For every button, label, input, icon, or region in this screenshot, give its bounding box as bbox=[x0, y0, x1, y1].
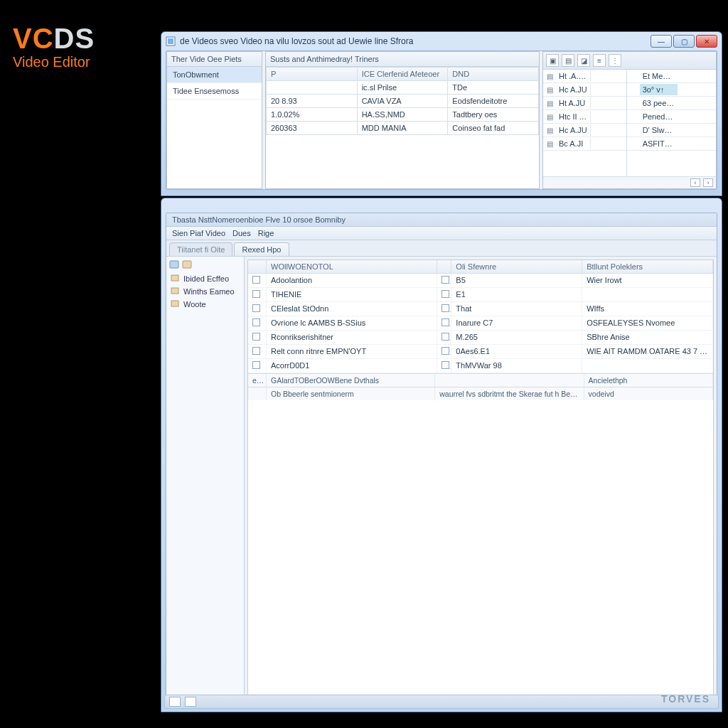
property-row[interactable]: ▤Ht .A.JU bbox=[543, 70, 626, 83]
detail-table: WOllWOENOTOLOli SfewnreBtllunt Poleklers… bbox=[247, 259, 714, 698]
svg-rect-1 bbox=[168, 38, 173, 44]
inspector-tool-button[interactable]: ⋮ bbox=[609, 54, 621, 67]
app-icon bbox=[166, 36, 176, 46]
checkbox[interactable] bbox=[441, 304, 449, 312]
tree-item[interactable]: Winths Eameo bbox=[169, 285, 241, 298]
window-subtitle: Tbasta NsttNomeroenbioe Flve 10 orsoe Bo… bbox=[166, 213, 717, 227]
property-row[interactable]: ▤Htc II A.JU bbox=[543, 110, 626, 124]
data-grid[interactable]: PICE Clerfenid AfeteoerDNDic.sl PrilseTD… bbox=[266, 67, 539, 135]
window-video-browser: de Videos sveo Video na vilu lovzos sout… bbox=[161, 31, 722, 196]
logo-part-a: VC bbox=[13, 23, 54, 54]
inspector-tool-button[interactable]: ≡ bbox=[593, 54, 606, 67]
checkbox[interactable] bbox=[441, 333, 449, 341]
window-title: de Videos sveo Video na vilu lovzos sout… bbox=[180, 36, 413, 46]
inspector-next-button[interactable]: › bbox=[703, 178, 713, 187]
tab[interactable]: Tiitanet fi Oite bbox=[169, 242, 232, 256]
checkbox[interactable] bbox=[441, 347, 449, 355]
table-row[interactable]: Ovrione lc AAMBS B-SSiusInarure C7OSFEAL… bbox=[248, 316, 713, 331]
checkbox[interactable] bbox=[252, 347, 260, 355]
table-row[interactable]: AdoolantionB5Wier Irowt bbox=[248, 274, 713, 288]
table-row[interactable]: ic.sl PrilseTDe bbox=[267, 81, 539, 95]
checkbox[interactable] bbox=[252, 318, 260, 326]
table-row[interactable]: 20 8.93CAVIA VZAEodsfendeitotre bbox=[267, 95, 539, 108]
table-row[interactable]: TIHENIEE1 bbox=[248, 288, 713, 302]
menu-item[interactable]: Rige bbox=[258, 229, 274, 237]
inspector-toolbar: ▣▤◪≡⋮ bbox=[543, 52, 716, 70]
menubar: Sien Piaf VideoDuesRige bbox=[166, 227, 717, 240]
grid-column-header[interactable]: ICE Clerfenid Afeteoer bbox=[357, 68, 448, 81]
checkbox[interactable] bbox=[441, 276, 449, 284]
taskbar-icon[interactable] bbox=[169, 697, 181, 702]
property-value-row[interactable]: D' Slwee:1 bbox=[627, 124, 716, 137]
column-header[interactable] bbox=[248, 260, 267, 273]
status-cell: vodeivd bbox=[584, 387, 713, 400]
tab[interactable]: Rexed Hpo bbox=[234, 242, 289, 256]
checkbox[interactable] bbox=[252, 276, 260, 284]
window-controls: — ▢ ✕ bbox=[651, 35, 717, 48]
inspector-tool-button[interactable]: ◪ bbox=[577, 54, 590, 67]
taskbar bbox=[166, 695, 717, 702]
grid-column-header[interactable]: DND bbox=[448, 68, 539, 81]
property-row[interactable]: ▤Bc A.JI bbox=[543, 137, 626, 151]
svg-rect-4 bbox=[171, 275, 178, 281]
svg-rect-6 bbox=[171, 301, 178, 306]
inspector-prev-button[interactable]: ‹ bbox=[690, 178, 700, 187]
close-button[interactable]: ✕ bbox=[696, 35, 717, 48]
property-value-row[interactable]: Pened FreE bbox=[627, 110, 716, 124]
status-cell: Ancielethph bbox=[584, 374, 713, 387]
table-row[interactable]: Relt conn ritnre EMPN'OYT0Aes6.E1WIE AIT… bbox=[248, 345, 713, 359]
property-value-row[interactable]: 63 peer TOR bbox=[627, 97, 716, 110]
maximize-button[interactable]: ▢ bbox=[673, 35, 695, 48]
status-cell bbox=[435, 374, 584, 387]
side-tree: Ibided EcffeoWinths EameoWoote bbox=[166, 257, 245, 701]
tree-icon bbox=[182, 259, 192, 269]
column-header[interactable]: Btllunt Poleklers bbox=[582, 260, 713, 273]
taskbar-icon[interactable] bbox=[185, 697, 196, 702]
checkbox[interactable] bbox=[441, 361, 449, 369]
table-row[interactable]: 260363MDD MANIACoinseo fat fad bbox=[267, 122, 539, 135]
property-list-right[interactable]: Et Mep lrtars3o° v↑63 peer TORPened FreE… bbox=[626, 70, 716, 176]
inspector-footer: ‹ › bbox=[543, 176, 716, 188]
nav-item[interactable]: TonObwment bbox=[167, 67, 262, 83]
tree-icon bbox=[169, 259, 179, 269]
grid-column-header[interactable]: P bbox=[267, 68, 358, 81]
titlebar[interactable]: de Videos sveo Video na vilu lovzos sout… bbox=[161, 32, 722, 50]
grid-panel: Susts and Anthimedray! Triners PICE Cler… bbox=[265, 51, 540, 189]
property-value-row[interactable]: Et Mep lrtars bbox=[627, 70, 716, 83]
checkbox[interactable] bbox=[252, 361, 260, 369]
checkbox[interactable] bbox=[252, 333, 260, 341]
checkbox[interactable] bbox=[441, 290, 449, 298]
menu-item[interactable]: Dues bbox=[232, 229, 251, 237]
column-header[interactable] bbox=[437, 260, 451, 273]
folder-icon bbox=[171, 274, 181, 284]
tree-item[interactable]: Ibided Ecffeo bbox=[169, 272, 241, 285]
property-row[interactable]: ▤Hc A.JU bbox=[543, 83, 626, 97]
menu-item[interactable]: Sien Piaf Video bbox=[172, 229, 225, 237]
inspector-tool-button[interactable]: ▣ bbox=[546, 54, 559, 67]
table-row[interactable]: RconrikserishitnerM.265SBhre Anise bbox=[248, 331, 713, 345]
tree-item[interactable]: Woote bbox=[169, 298, 241, 311]
table-row[interactable]: CEleslat StOdnnThatWIffs bbox=[248, 302, 713, 316]
nav-list: TonObwmentTidee Ensesemoss bbox=[167, 67, 262, 100]
table-row[interactable]: 1.0.02%HA.SS,NMDTadtbery oes bbox=[267, 108, 539, 122]
property-row[interactable]: ▤Ht A.JU bbox=[543, 97, 626, 110]
inspector-tool-button[interactable]: ▤ bbox=[562, 54, 574, 67]
column-header[interactable]: Oli Sfewnre bbox=[451, 260, 582, 273]
property-value-row[interactable]: ASFITUIB bbox=[627, 137, 716, 151]
checkbox[interactable] bbox=[441, 318, 449, 326]
titlebar[interactable] bbox=[161, 198, 722, 213]
property-list-left[interactable]: ▤Ht .A.JU▤Hc A.JU▤Ht A.JU▤Htc II A.JU▤Hc… bbox=[543, 70, 626, 176]
nav-item[interactable]: Tidee Ensesemoss bbox=[167, 83, 262, 100]
property-value-row[interactable]: 3o° v↑ bbox=[627, 83, 716, 97]
logo-acronym: VCDS bbox=[13, 24, 95, 53]
status-cell: ea1 bbox=[248, 374, 267, 387]
minimize-button[interactable]: — bbox=[651, 35, 672, 48]
checkbox[interactable] bbox=[252, 290, 260, 298]
svg-rect-3 bbox=[183, 261, 191, 268]
checkbox[interactable] bbox=[252, 304, 260, 312]
column-header[interactable]: WOllWOENOTOL bbox=[267, 260, 437, 273]
property-row[interactable]: ▤Hc A.JU bbox=[543, 124, 626, 137]
nav-header: Ther Vide Oee Piets bbox=[167, 52, 262, 67]
status-cell bbox=[248, 387, 267, 400]
table-row[interactable]: AcorrD0D1ThMVWar 98 bbox=[248, 359, 713, 373]
